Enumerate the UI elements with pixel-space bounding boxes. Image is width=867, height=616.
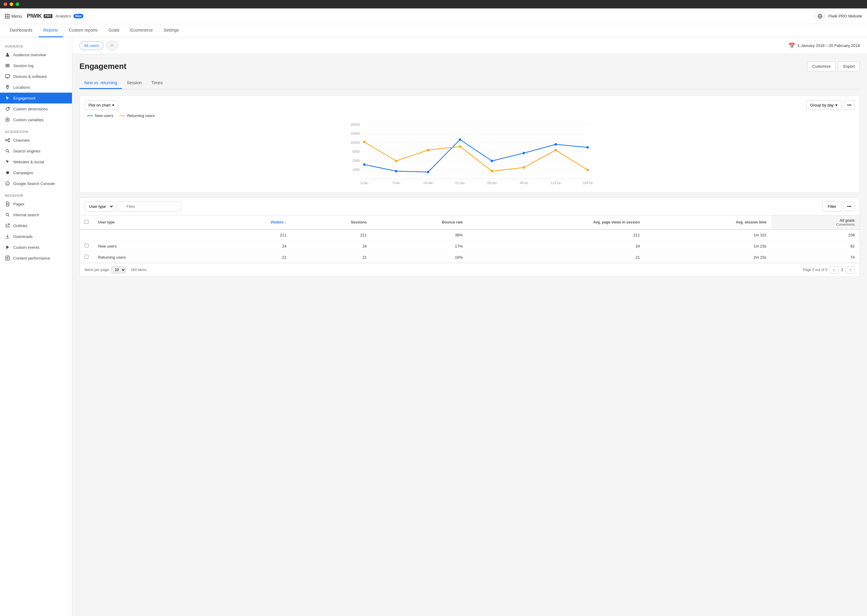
svg-text:2000: 2000 (353, 159, 360, 162)
main-layout: AUDIENCE Audience overview Session log D… (0, 37, 867, 616)
sub-tab-new-vs-returning[interactable]: New vs. returning (79, 77, 122, 89)
sidebar-item-engagement-label: Engagement (13, 96, 36, 101)
sub-tab-times[interactable]: Times (147, 77, 168, 89)
sidebar-item-downloads-label: Downloads (13, 234, 33, 239)
grid-icon (5, 14, 9, 19)
nav-tab-goals[interactable]: Goals (104, 24, 125, 37)
customize-button[interactable]: Customize (807, 61, 836, 71)
plot-on-chart-button[interactable]: Plot on chart ▾ (85, 101, 118, 110)
svg-text:18/Feb: 18/Feb (583, 181, 593, 185)
items-per-page: Items per page: 10 (85, 266, 126, 273)
th-avg-page-views: Avg. page views in session (468, 215, 645, 229)
top-nav-right: Piwik PRO Website (815, 11, 862, 21)
maximize-btn[interactable] (16, 2, 19, 6)
sidebar-item-pages-label: Pages (13, 202, 24, 206)
th-visitors[interactable]: Visitors ↓ (211, 215, 292, 229)
outlink-icon (5, 223, 10, 228)
filter-button[interactable]: Filter (823, 201, 842, 211)
td-new-checkbox[interactable] (80, 240, 93, 252)
sidebar-item-google-search-console[interactable]: G Google Search Console (0, 178, 72, 189)
close-btn[interactable] (4, 2, 7, 6)
sidebar-item-channels[interactable]: Channels (0, 135, 72, 146)
filter-input[interactable] (117, 201, 181, 211)
sidebar-item-content-performance-label: Content performance (13, 256, 50, 261)
logo-new-badge: New (74, 14, 84, 18)
th-all-goals: All goals Conversions (771, 215, 859, 229)
sub-tab-session[interactable]: Session (122, 77, 147, 89)
sidebar-item-locations[interactable]: Locations (0, 82, 72, 93)
td-returning-checkbox[interactable] (80, 252, 93, 263)
returning-users-checkbox[interactable] (85, 255, 88, 259)
td-new-avg-session-time: 1m 23s (645, 240, 771, 252)
user-type-dropdown[interactable]: User type (85, 201, 114, 211)
chart-toolbar-right: Group by day ▾ ••• (806, 101, 854, 110)
site-selector[interactable]: Piwik PRO Website (828, 14, 862, 18)
svg-rect-6 (5, 66, 9, 67)
sidebar-item-channels-label: Channels (13, 138, 30, 143)
svg-text:1000: 1000 (353, 168, 360, 171)
table-more-button[interactable]: ••• (844, 202, 854, 211)
nav-tab-dashboards[interactable]: Dashboards (5, 24, 37, 37)
menu-button[interactable]: Menu (5, 14, 22, 19)
svg-point-14 (8, 138, 9, 140)
svg-point-51 (459, 138, 461, 141)
globe-button[interactable] (815, 11, 825, 21)
segment-add-button[interactable]: + (106, 40, 118, 51)
export-button[interactable]: Export (838, 61, 860, 71)
svg-point-48 (363, 163, 366, 166)
per-page-select[interactable]: 10 (111, 266, 126, 273)
svg-point-56 (363, 141, 366, 143)
settings-circle-icon (5, 117, 10, 123)
sidebar-item-downloads[interactable]: Downloads (0, 231, 72, 242)
minimize-btn[interactable] (9, 2, 13, 6)
sidebar-item-pages[interactable]: Pages (0, 198, 72, 209)
sidebar-item-session-log[interactable]: Session log (0, 60, 72, 71)
group-by-day-button[interactable]: Group by day ▾ (806, 101, 842, 110)
td-total-visitors: 211 (211, 229, 292, 240)
menu-label: Menu (11, 14, 22, 19)
td-new-bounce-rate: 17% (372, 240, 468, 252)
sidebar-item-custom-events[interactable]: Custom events (0, 242, 72, 253)
person-icon (5, 52, 10, 57)
nav-tab-settings[interactable]: Settings (159, 24, 184, 37)
svg-text:1/Jan: 1/Jan (360, 181, 369, 185)
th-bounce-rate: Bounce rate (372, 215, 468, 229)
sidebar-item-outlinks-label: Outlinks (13, 223, 27, 228)
svg-point-3 (6, 53, 8, 55)
nav-tab-reports[interactable]: Reports (39, 24, 63, 37)
date-picker[interactable]: 📅 1 January 2018 – 20 February 2018 (788, 42, 860, 49)
conversions-label: Conversions (776, 223, 854, 226)
sidebar-item-campaigns-label: Campaigns (13, 171, 33, 175)
next-page-button[interactable]: → (846, 266, 854, 273)
prev-page-button[interactable]: ← (830, 266, 839, 273)
td-returning-avg-page-views: 21 (468, 252, 645, 263)
pagination: Page 2 out of 5 ← 2 → (803, 266, 854, 273)
sidebar-item-content-performance[interactable]: Content performance (0, 253, 72, 264)
nav-tab-custom-reports[interactable]: Custom reports (64, 24, 102, 37)
search-icon (5, 148, 10, 154)
sidebar-item-internal-search[interactable]: Internal search (0, 209, 72, 220)
chart-toolbar: Plot on chart ▾ Group by day ▾ ••• (85, 101, 854, 110)
segment-all-users[interactable]: All users (79, 41, 104, 50)
chart-more-button[interactable]: ••• (844, 101, 854, 110)
td-total-conversions: 158 (771, 229, 859, 240)
sidebar-item-engagement[interactable]: Engagement (0, 93, 72, 104)
sidebar-item-outlinks[interactable]: Outlinks (0, 220, 72, 231)
select-all-checkbox[interactable] (85, 220, 88, 224)
sidebar-item-search-engines[interactable]: Search engines (0, 146, 72, 156)
new-users-checkbox[interactable] (85, 244, 88, 248)
group-dropdown-arrow: ▾ (835, 103, 837, 107)
sidebar-item-devices-software[interactable]: Devices & software (0, 71, 72, 82)
sidebar-item-audience-overview[interactable]: Audience overview (0, 49, 72, 60)
sidebar-item-custom-variables[interactable]: Custom variables (0, 114, 72, 125)
sidebar-item-campaigns[interactable]: Campaigns (0, 167, 72, 178)
nav-tab-ecommerce[interactable]: Ecommerce (126, 24, 158, 37)
sidebar-item-custom-dimensions[interactable]: Custom dimensions (0, 104, 72, 114)
sub-tabs: New vs. returning Session Times (79, 77, 860, 90)
sidebar-item-session-log-label: Session log (13, 63, 33, 68)
sidebar: AUDIENCE Audience overview Session log D… (0, 37, 72, 616)
svg-line-27 (7, 224, 9, 226)
sidebar-item-websites-social[interactable]: Websites & social (0, 156, 72, 167)
share-icon (5, 137, 10, 143)
sort-icon: ↓ (285, 220, 287, 225)
